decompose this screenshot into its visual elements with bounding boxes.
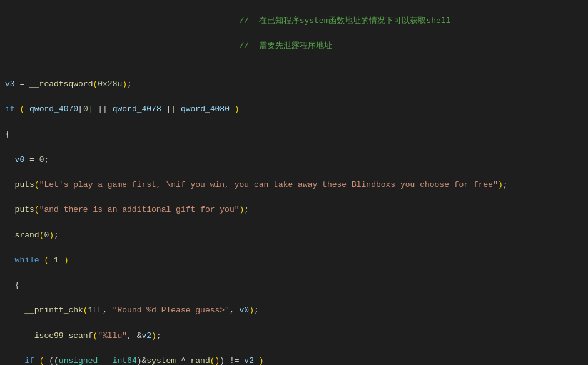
code-line-5: if ( qword_4070[0] || qword_4078 || qwor… bbox=[5, 103, 583, 116]
code-container: // 在已知程序system函数地址的情况下可以获取shell // 需要先泄露… bbox=[0, 0, 588, 365]
code-line-7: v0 = 0; bbox=[5, 154, 583, 166]
code-line-1: // 在已知程序system函数地址的情况下可以获取shell bbox=[5, 15, 583, 28]
code-line-6: { bbox=[5, 128, 583, 141]
code-line-2: // 需要先泄露程序地址 bbox=[5, 40, 583, 52]
code-line-12: { bbox=[5, 279, 583, 292]
code-line-15: if ( ((unsigned __int64)&system ^ rand()… bbox=[5, 355, 583, 365]
code-line-4: v3 = __readfsqword(0x28u); bbox=[5, 78, 583, 91]
code-line-9: puts("and there is an additional gift fo… bbox=[5, 204, 583, 216]
code-line-10: srand(0); bbox=[5, 229, 583, 242]
code-line-13: __printf_chk(1LL, "Round %d Please guess… bbox=[5, 304, 583, 317]
code-line-14: __isoc99_scanf("%llu", &v2); bbox=[5, 330, 583, 342]
code-line-11: while ( 1 ) bbox=[5, 254, 583, 267]
code-line-8: puts("Let's play a game first, \nif you … bbox=[5, 179, 583, 191]
